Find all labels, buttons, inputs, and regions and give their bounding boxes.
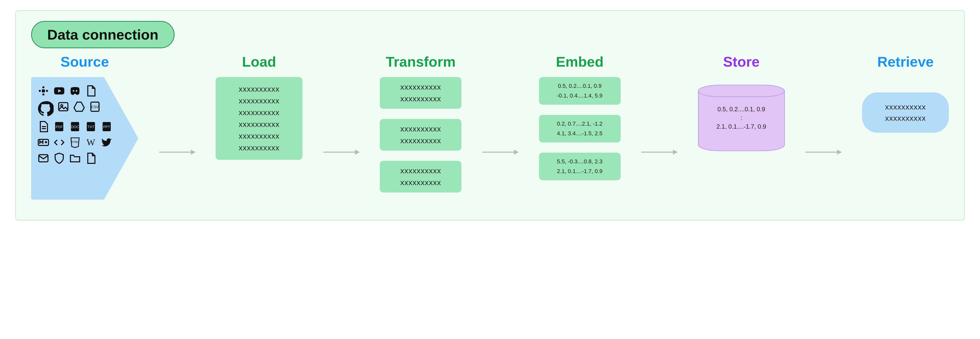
svg-rect-3 (42, 94, 45, 95)
arrow-3 (482, 53, 518, 200)
svg-rect-0 (39, 90, 41, 92)
vector-line: -0.1, 0.4....1.4, 5.9 (557, 92, 603, 99)
store-line: : (740, 115, 742, 121)
doc-icon: DOC (69, 121, 81, 133)
stage-transform: Transform xxxxxxxxxx xxxxxxxxxx xxxxxxxx… (380, 53, 461, 200)
svg-text:TXT: TXT (88, 125, 94, 129)
svg-rect-4 (42, 89, 45, 92)
mail-icon (37, 152, 49, 164)
page-icon (37, 121, 49, 133)
twitter-icon (100, 136, 113, 148)
shield-icon (53, 152, 65, 164)
youtube-icon (53, 85, 65, 97)
chunk-line: xxxxxxxxxx (400, 124, 441, 133)
embed-vector: 5.5, -0.3....0.8, 2.3 2.1, 0.1....-1.7, … (539, 153, 620, 180)
pipeline-row: Source CSV PDF DOC TXT PPT (31, 53, 949, 200)
load-line: xxxxxxxxxx (239, 143, 280, 152)
image-icon (57, 100, 69, 113)
folder-icon (69, 152, 81, 164)
vector-line: 5.5, -0.3....0.8, 2.3 (557, 158, 603, 165)
transform-chunk: xxxxxxxxxx xxxxxxxxxx (380, 119, 461, 151)
vector-line: 4.1, 3.4....-1.5, 2.5 (557, 130, 603, 137)
embed-vector: 0.2, 0.7....2.1, -1.2 4.1, 3.4....-1.5, … (539, 115, 620, 142)
discord-icon (69, 85, 81, 97)
wikipedia-icon: W (85, 136, 97, 148)
load-line: xxxxxxxxxx (239, 120, 280, 129)
svg-text:W: W (86, 137, 95, 148)
svg-text:PPT: PPT (103, 125, 110, 129)
stage-load: Load xxxxxxxxxx xxxxxxxxxx xxxxxxxxxx xx… (216, 53, 302, 200)
stage-title-embed: Embed (556, 53, 604, 70)
arrow-4 (641, 53, 677, 200)
transform-chunk: xxxxxxxxxx xxxxxxxxxx (380, 161, 461, 193)
file2-icon (85, 152, 97, 164)
gdrive-icon (73, 100, 85, 113)
svg-text:DOC: DOC (71, 125, 79, 129)
transform-chunk: xxxxxxxxxx xxxxxxxxxx (380, 77, 461, 109)
chunk-line: xxxxxxxxxx (400, 166, 441, 175)
chunk-line: xxxxxxxxxx (400, 83, 441, 91)
load-box: xxxxxxxxxx xxxxxxxxxx xxxxxxxxxx xxxxxxx… (216, 77, 302, 160)
stage-title-source: Source (60, 53, 109, 70)
retrieve-box: xxxxxxxxxx xxxxxxxxxx (862, 92, 949, 133)
store-line: 2.1, 0.1....-1.7, 0.9 (716, 123, 766, 130)
svg-point-7 (73, 90, 74, 92)
html-icon: HTML (69, 136, 81, 148)
load-line: xxxxxxxxxx (239, 132, 280, 140)
vector-line: 0.2, 0.7....2.1, -1.2 (557, 121, 603, 127)
stage-retrieve: Retrieve xxxxxxxxxx xxxxxxxxxx (862, 53, 949, 200)
store-line: 0.5, 0.2....0.1, 0.9 (718, 106, 765, 113)
svg-rect-1 (42, 86, 45, 88)
data-connection-panel: Data connection Source CSV PDF DOC (15, 10, 965, 221)
retrieve-line: xxxxxxxxxx (885, 103, 926, 111)
source-shape: CSV PDF DOC TXT PPT HTML W (31, 77, 138, 200)
slack-icon (37, 85, 49, 97)
stage-title-store: Store (723, 53, 759, 70)
svg-marker-11 (74, 102, 84, 111)
vector-line: 2.1, 0.1....-1.7, 0.9 (557, 168, 603, 175)
chunk-line: xxxxxxxxxx (400, 178, 441, 187)
svg-rect-9 (59, 103, 68, 111)
csv-icon: CSV (89, 100, 101, 113)
svg-text:PDF: PDF (56, 125, 63, 129)
store-cylinder: 0.5, 0.2....0.1, 0.9 : 2.1, 0.1....-1.7,… (698, 85, 785, 151)
svg-text:CSV: CSV (91, 105, 99, 109)
ppt-icon: PPT (100, 121, 113, 133)
svg-rect-2 (46, 90, 48, 92)
chunk-line: xxxxxxxxxx (400, 94, 441, 103)
retrieve-line: xxxxxxxxxx (885, 114, 926, 123)
stage-store: Store 0.5, 0.2....0.1, 0.9 : 2.1, 0.1...… (698, 53, 785, 200)
arrow-1 (159, 53, 195, 200)
embed-vector: 0.5, 0.2....0.1, 0.9 -0.1, 0.4....1.4, 5… (539, 77, 620, 105)
pdf-icon: PDF (53, 121, 65, 133)
load-line: xxxxxxxxxx (239, 97, 280, 105)
load-line: xxxxxxxxxx (239, 108, 280, 117)
stage-source: Source CSV PDF DOC TXT PPT (31, 53, 138, 200)
stage-title-load: Load (242, 53, 276, 70)
stage-title-transform: Transform (386, 53, 455, 70)
load-line: xxxxxxxxxx (239, 85, 280, 94)
txt-icon: TXT (85, 121, 97, 133)
arrow-5 (805, 53, 841, 200)
stage-embed: Embed 0.5, 0.2....0.1, 0.9 -0.1, 0.4....… (539, 53, 620, 200)
svg-text:HTML: HTML (72, 141, 79, 143)
svg-point-8 (76, 90, 77, 92)
chunk-line: xxxxxxxxxx (400, 136, 441, 145)
github-icon (37, 100, 54, 117)
panel-badge: Data connection (31, 21, 175, 48)
code-icon (53, 136, 65, 148)
file-icon (85, 85, 97, 97)
stage-title-retrieve: Retrieve (877, 53, 934, 70)
arrow-2 (323, 53, 359, 200)
vector-line: 0.5, 0.2....0.1, 0.9 (558, 83, 601, 89)
md-icon (37, 136, 49, 148)
